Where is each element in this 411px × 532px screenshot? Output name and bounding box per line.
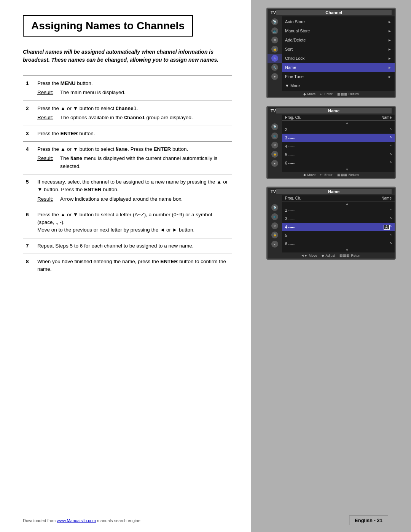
down-arrow-3: ▼ (282, 248, 395, 252)
name-input-display: A (384, 225, 390, 230)
step-row-1: 1 Press the MENU button. Result: The mai… (23, 76, 232, 101)
menu-item-autostore: Auto Store► (282, 17, 395, 26)
col-prog-header-3: Prog. Ch. (285, 196, 301, 200)
tv-screen-3-bottom: ◄► Move ◆ Adjust ▦▦▦ Return (268, 252, 395, 259)
step-1-result-label: Result: (37, 89, 60, 96)
tv-screen-1-icons: 📡 📺 ⚙ 🔒 A 🔧 ▼ (268, 16, 282, 91)
move-icon-3: ◄► (301, 254, 308, 257)
col-name-header-3: Name (381, 196, 392, 200)
step-num-6: 6 (23, 207, 34, 238)
name-header-icon (268, 115, 282, 122)
tv-icon-1-6: 🔧 (268, 63, 282, 72)
tv-icon-1-5: A (268, 54, 282, 63)
row-4-name: ^ (390, 144, 392, 149)
move-icon: ◆ (303, 92, 306, 96)
icon-circle: 📺 (271, 133, 278, 139)
step-7-instruction: Repeat Steps 5 to 6 for each channel to … (37, 243, 194, 249)
tv-screen-2: TV Name 📡 📺 ⚙ 🔒 ▼ Prog. Ch. (266, 106, 396, 179)
icon-circle: A (271, 55, 278, 62)
menu-item-manualstore-label: Manual Store (285, 29, 310, 33)
icon-circle: 📡 (271, 18, 278, 25)
step-2-result-label: Result: (37, 114, 60, 122)
row-3-selected: 3 ----- ^ (282, 134, 395, 142)
step-row-4: 4 Press the ▲ or ▼ button to select Name… (23, 141, 232, 174)
tv-screen-1-bottom: ◆ Move ↵ Enter ▦▦▦ Return (268, 91, 395, 97)
tv-screen-3-title: Name (276, 189, 392, 194)
s3-row-4-selected: 4 ----- A^ (282, 223, 395, 231)
tv-icon-1-7: ▼ (268, 72, 282, 81)
row-5-name: ^ (390, 153, 392, 157)
icon-circle: ▼ (271, 160, 278, 167)
s3-row-2-prog: 2 ----- (285, 208, 390, 212)
footer-page-info: English - 21 (349, 516, 388, 525)
step-3-instruction: Press the ENTER button. (37, 131, 95, 136)
s3-row-6-prog: 6 ----- (285, 242, 390, 246)
s3-row-6: 6 ----- ^ (282, 240, 395, 248)
s3-row-3-prog: 3 ----- (285, 217, 390, 221)
name-table-wrapper: 📡 📺 ⚙ 🔒 ▼ Prog. Ch. Name ▲ 2 ---- (268, 115, 395, 172)
arrow-icon: ► (388, 66, 392, 70)
tv-screen-2-topbar: TV Name (268, 107, 395, 115)
icon-circle: ⚙ (271, 222, 278, 229)
step-content-7: Repeat Steps 5 to 6 for each channel to … (34, 238, 232, 254)
intro-text: Channel names will be assigned automatic… (23, 48, 232, 64)
tv-icon-3-5: ▼ (268, 240, 282, 249)
menu-item-finetune-label: Fine Tune (285, 74, 304, 79)
steps-table: 1 Press the MENU button. Result: The mai… (23, 75, 232, 277)
tv-screen-3: TV Name 📡 📺 ⚙ 🔒 ▼ Prog. Ch. (266, 187, 396, 260)
row-5: 5 ----- ^ (282, 150, 395, 159)
arrow-icon: ► (388, 20, 392, 24)
footer-link[interactable]: www.Manualslib.com (57, 518, 96, 523)
tv-screen-2-tv-label: TV (271, 109, 276, 113)
arrow-icon: ► (388, 75, 392, 79)
s3-row-5: 5 ----- ^ (282, 231, 395, 240)
tv-icon-2-3: ⚙ (268, 141, 282, 150)
step-5-result-label: Result: (37, 195, 60, 203)
footer-page-label: English (355, 518, 373, 523)
menu-item-childlock: Child Lock► (282, 54, 395, 63)
s3-row-4-prog: 4 ----- (285, 225, 384, 229)
page-footer: Downloaded from www.Manualslib.com manua… (0, 516, 411, 525)
icon-circle: ▼ (271, 241, 278, 248)
step-num-5: 5 (23, 174, 34, 207)
bottom-enter: ↵ Enter (320, 92, 333, 96)
bottom2-move: ◆ Move (303, 173, 315, 177)
step-num-1: 1 (23, 76, 34, 101)
tv-icon-2-2: 📺 (268, 131, 282, 141)
tv-icon-3-3: ⚙ (268, 221, 282, 230)
step-num-2: 2 (23, 101, 34, 126)
step-1-instruction: Press the MENU button. (37, 80, 93, 86)
arrow-icon: ► (388, 56, 392, 61)
name-table-wrapper-3: 📡 📺 ⚙ 🔒 ▼ Prog. Ch. Name ▲ 2 ---- (268, 195, 395, 252)
icon-circle: ▼ (271, 73, 278, 80)
footer-download-text: Downloaded from www.Manualslib.com manua… (23, 518, 140, 523)
s3-row-4-name-suffix: ^ (390, 225, 392, 229)
step-4-instruction: Press the ▲ or ▼ button to select Name. … (37, 146, 188, 152)
step-content-5: If necessary, select the channel to be a… (34, 174, 232, 207)
menu-item-finetune: Fine Tune► (282, 72, 395, 81)
menu-item-name-label: Name (285, 65, 296, 70)
up-arrow-3: ▲ (282, 201, 395, 206)
bottom3-return: ▦▦▦ Return (339, 254, 361, 257)
tv-icon-2-1: 📡 (268, 122, 282, 131)
arrow-icon: ► (388, 38, 392, 42)
icon-circle: 📺 (271, 27, 278, 34)
s3-row-3: 3 ----- ^ (282, 214, 395, 223)
name-col-headers: Prog. Ch. Name (282, 115, 395, 121)
col-prog-header: Prog. Ch. (285, 115, 301, 120)
tv-screen-2-body: 📡 📺 ⚙ 🔒 ▼ Prog. Ch. Name ▲ 2 ---- (268, 115, 395, 172)
menu-item-autostore-label: Auto Store (285, 19, 305, 24)
name-col-headers-3: Prog. Ch. Name (282, 195, 395, 201)
adjust-icon: ◆ (322, 254, 324, 257)
row-4: 4 ----- ^ (282, 142, 395, 150)
step-5-instruction: If necessary, select the channel to be a… (37, 179, 228, 192)
return-icon: ▦▦▦ (337, 92, 347, 96)
menu-item-more-label: ▼ More (285, 83, 300, 88)
icon-circle: 📺 (271, 213, 278, 220)
tv-screen-1-tv-label: TV (271, 10, 276, 15)
step-num-3: 3 (23, 126, 34, 141)
col-name-header: Name (381, 115, 392, 120)
tv-screen-2-bottom: ◆ Move ↵ Enter ▦▦▦ Return (268, 172, 395, 178)
tv-icon-2-4: 🔒 (268, 150, 282, 159)
bottom3-move: ◄► Move (301, 254, 317, 257)
